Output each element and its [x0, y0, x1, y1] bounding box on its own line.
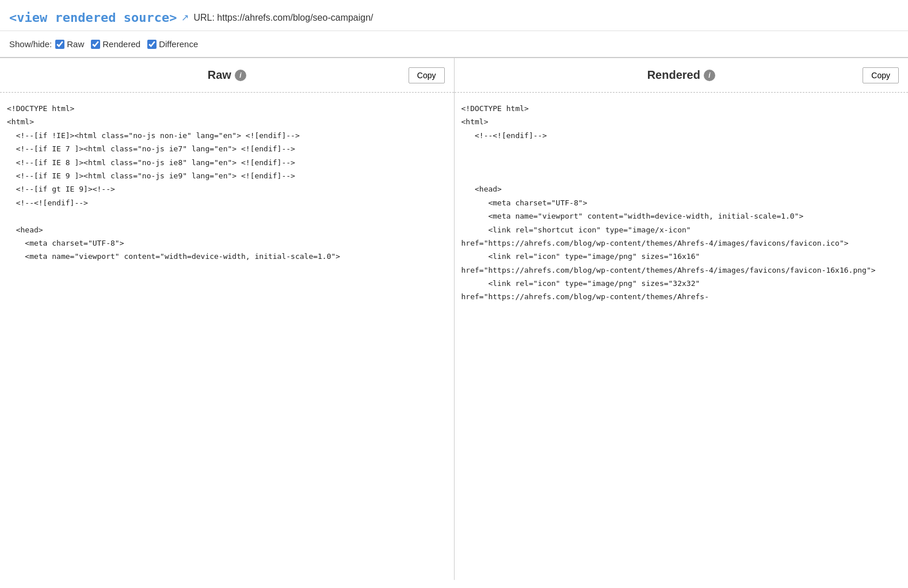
rendered-checkbox-text: Rendered	[102, 39, 140, 49]
app-title: <view rendered source>	[9, 10, 177, 25]
raw-checkbox-label[interactable]: Raw	[55, 39, 84, 49]
header: <view rendered source> ↗ URL: https://ah…	[0, 0, 908, 31]
raw-column-content[interactable]: <!DOCTYPE html> <html> <!--[if !IE]><htm…	[0, 93, 454, 580]
rendered-copy-button[interactable]: Copy	[863, 67, 899, 83]
difference-checkbox[interactable]	[147, 40, 157, 49]
external-link-icon[interactable]: ↗	[181, 12, 189, 23]
rendered-column-header: Rendered i Copy	[455, 58, 909, 93]
rendered-column-title: Rendered	[647, 68, 700, 82]
rendered-checkbox[interactable]	[91, 40, 100, 49]
show-hide-bar: Show/hide: Raw Rendered Difference	[0, 31, 908, 58]
raw-column: Raw i Copy <!DOCTYPE html> <html> <!--[i…	[0, 58, 455, 580]
columns-container: Raw i Copy <!DOCTYPE html> <html> <!--[i…	[0, 58, 908, 580]
raw-checkbox[interactable]	[55, 40, 64, 49]
rendered-info-icon[interactable]: i	[704, 70, 715, 81]
raw-column-header: Raw i Copy	[0, 58, 454, 93]
show-hide-label: Show/hide:	[9, 39, 52, 49]
rendered-checkbox-label[interactable]: Rendered	[91, 39, 140, 49]
difference-checkbox-label[interactable]: Difference	[147, 39, 198, 49]
raw-checkbox-text: Raw	[67, 39, 84, 49]
raw-column-title: Raw	[208, 68, 231, 82]
rendered-column-content[interactable]: <!DOCTYPE html> <html> <!--<![endif]--> …	[455, 93, 909, 580]
header-title-row: <view rendered source> ↗ URL: https://ah…	[9, 10, 899, 25]
raw-info-icon[interactable]: i	[235, 70, 246, 81]
raw-copy-button[interactable]: Copy	[409, 67, 445, 83]
difference-checkbox-text: Difference	[159, 39, 198, 49]
url-label: URL: https://ahrefs.com/blog/seo-campaig…	[193, 13, 373, 23]
rendered-column: Rendered i Copy <!DOCTYPE html> <html> <…	[455, 58, 909, 580]
